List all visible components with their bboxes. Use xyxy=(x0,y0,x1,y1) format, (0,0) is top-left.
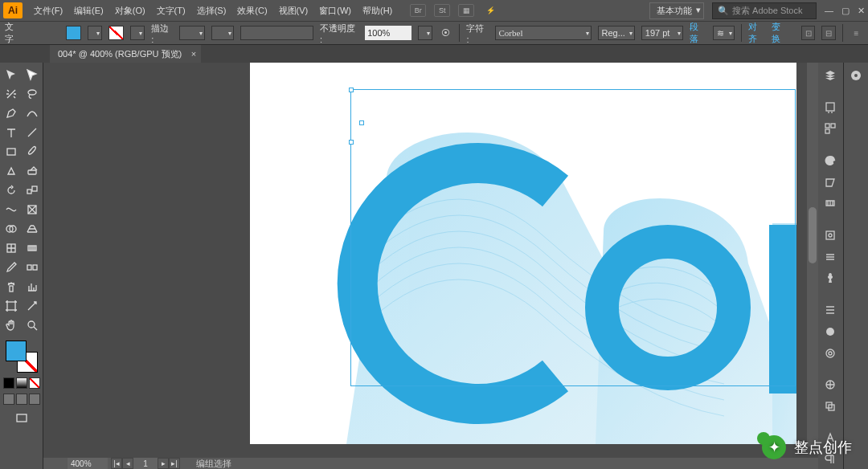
draw-behind[interactable] xyxy=(16,394,27,405)
window-restore[interactable]: ▢ xyxy=(841,6,850,16)
eraser-tool[interactable] xyxy=(23,162,42,180)
nav-next[interactable]: ▸ xyxy=(158,458,169,469)
paragraph-link[interactable]: 段落 xyxy=(690,21,706,45)
font-family[interactable]: Corbel xyxy=(495,26,592,40)
zoom-tool[interactable] xyxy=(23,316,42,334)
menu-window[interactable]: 窗口(W) xyxy=(314,2,356,19)
artboard-tool[interactable] xyxy=(2,297,21,315)
stroke-panel-icon[interactable] xyxy=(820,247,841,267)
free-transform-tool[interactable] xyxy=(23,201,42,218)
color-mode-solid[interactable] xyxy=(3,377,14,389)
libraries-panel-icon[interactable] xyxy=(845,66,866,85)
width-tool[interactable] xyxy=(2,201,21,218)
align-panel-icon[interactable] xyxy=(820,375,841,394)
search-stock[interactable]: 🔍 搜索 Adobe Stock xyxy=(712,2,817,19)
vertical-scrollbar[interactable] xyxy=(807,63,818,447)
graph-tool[interactable] xyxy=(23,278,42,296)
fill-stroke-swatches[interactable] xyxy=(6,341,38,373)
nav-last[interactable]: ▸| xyxy=(169,458,180,469)
window-minimize[interactable]: — xyxy=(825,6,833,16)
menu-type[interactable]: 文字(T) xyxy=(152,2,190,19)
align-link[interactable]: 对齐 xyxy=(748,21,765,45)
rectangle-tool[interactable] xyxy=(2,143,21,161)
workspace-switcher[interactable]: 基本功能 xyxy=(649,2,704,19)
menu-select[interactable]: 选择(S) xyxy=(192,2,231,19)
font-weight[interactable]: Reg... xyxy=(598,26,635,40)
brush-definition[interactable] xyxy=(240,26,313,40)
gradient-tool[interactable] xyxy=(23,239,42,257)
curvature-tool[interactable] xyxy=(23,104,42,122)
clubs-panel-icon[interactable] xyxy=(820,269,841,288)
transform-link[interactable]: 变换 xyxy=(772,21,788,45)
symbols-panel-icon[interactable] xyxy=(820,226,841,245)
shaper-tool[interactable] xyxy=(2,162,21,180)
selection-tool[interactable] xyxy=(2,66,21,84)
menu-view[interactable]: 视图(V) xyxy=(274,2,313,19)
align-menu-icon[interactable]: ≋ xyxy=(713,26,735,40)
document-tab-close[interactable]: × xyxy=(191,49,196,59)
shape-builder-tool[interactable] xyxy=(2,220,21,238)
stock-icon[interactable]: St xyxy=(434,4,450,17)
window-close[interactable]: ✕ xyxy=(858,6,865,16)
menu-object[interactable]: 对象(O) xyxy=(110,2,150,19)
menu-help[interactable]: 帮助(H) xyxy=(358,2,397,19)
blend-tool[interactable] xyxy=(23,259,42,276)
color-mode-none[interactable] xyxy=(29,377,40,389)
stroke-swatch[interactable] xyxy=(108,26,124,40)
line-tool[interactable] xyxy=(23,124,42,141)
draw-inside[interactable] xyxy=(29,394,40,405)
asset-export-panel-icon[interactable] xyxy=(820,119,841,138)
var-width-profile[interactable] xyxy=(211,26,234,40)
font-size[interactable]: 197 pt xyxy=(641,26,683,40)
hand-tool[interactable] xyxy=(2,316,21,334)
slice-tool[interactable] xyxy=(23,297,42,315)
graphic-style-panel-icon[interactable] xyxy=(820,344,841,363)
eyedropper-tool[interactable] xyxy=(2,259,21,276)
paintbrush-tool[interactable] xyxy=(23,143,42,161)
appearance-panel-icon[interactable] xyxy=(820,300,841,320)
scale-tool[interactable] xyxy=(23,181,42,199)
canvas-stage[interactable] xyxy=(43,63,818,458)
gpu-icon[interactable]: ⚡ xyxy=(482,4,498,17)
lasso-tool[interactable] xyxy=(23,85,42,103)
symbol-sprayer-tool[interactable] xyxy=(2,278,21,296)
graphic-styles-icon[interactable]: ⦿ xyxy=(439,23,452,43)
type-tool[interactable] xyxy=(2,124,21,141)
pen-tool[interactable] xyxy=(2,104,21,122)
isolate-icon[interactable]: ⊡ xyxy=(801,26,815,40)
fill-dropdown[interactable] xyxy=(88,26,102,40)
direct-selection-tool[interactable] xyxy=(23,66,42,84)
nav-prev[interactable]: ◂ xyxy=(122,458,133,469)
artboards-panel-icon[interactable] xyxy=(820,98,841,117)
artboard-no[interactable]: 1 xyxy=(133,458,158,469)
fill-swatch[interactable] xyxy=(66,26,81,40)
arrange-documents-icon[interactable]: ▦ xyxy=(458,4,474,17)
nav-first[interactable]: |◂ xyxy=(111,458,122,469)
layers-panel-icon[interactable] xyxy=(820,66,841,85)
opacity-input[interactable]: 100% xyxy=(365,26,411,40)
menu-file[interactable]: 文件(F) xyxy=(29,2,68,19)
magic-wand-tool[interactable] xyxy=(2,85,21,103)
pathfinder-panel-icon[interactable] xyxy=(820,397,841,416)
panel-menu-icon[interactable]: ≡ xyxy=(850,26,863,40)
vscroll-thumb[interactable] xyxy=(809,207,817,263)
transparency-panel-icon[interactable] xyxy=(820,322,841,341)
mesh-tool[interactable] xyxy=(2,239,21,257)
zoom-level[interactable]: 400% xyxy=(68,458,108,469)
stroke-weight[interactable] xyxy=(179,26,205,40)
stroke-dropdown[interactable] xyxy=(130,26,145,40)
document-tab[interactable]: 004* @ 400% (RGB/GPU 预览) × xyxy=(50,45,201,63)
fill-front-swatch[interactable] xyxy=(6,341,27,361)
isolate2-icon[interactable]: ⊟ xyxy=(821,26,835,40)
brushes-panel-icon[interactable] xyxy=(820,194,841,213)
bridge-icon[interactable]: Br xyxy=(410,4,426,17)
screen-mode[interactable] xyxy=(12,410,31,427)
opacity-dropdown[interactable] xyxy=(418,26,432,40)
rotate-tool[interactable] xyxy=(2,181,21,199)
menu-effect[interactable]: 效果(C) xyxy=(232,2,272,19)
swatches-panel-icon[interactable] xyxy=(820,173,841,192)
draw-normal[interactable] xyxy=(3,394,14,405)
perspective-tool[interactable] xyxy=(23,220,42,238)
menu-edit[interactable]: 编辑(E) xyxy=(69,2,108,19)
color-mode-gradient[interactable] xyxy=(16,377,27,389)
